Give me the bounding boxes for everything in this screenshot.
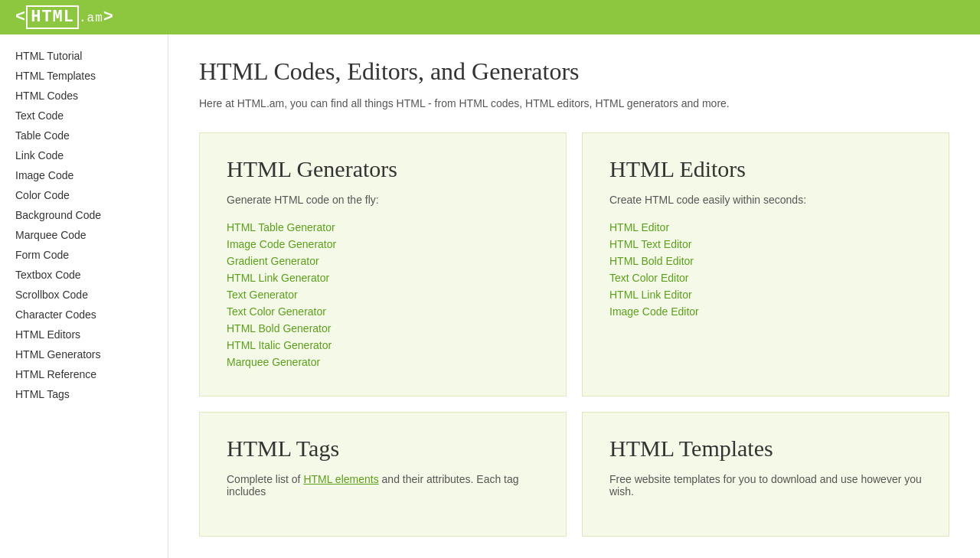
sidebar-item-html-codes[interactable]: HTML Codes bbox=[0, 86, 168, 106]
link-html-bold-editor[interactable]: HTML Bold Editor bbox=[609, 255, 694, 267]
list-item: Image Code Generator bbox=[227, 238, 539, 250]
section-description-html-tags: Complete list of HTML elements and their… bbox=[227, 473, 539, 498]
logo-angle-open: < bbox=[15, 8, 26, 27]
section-description-html-generators: Generate HTML code on the fly: bbox=[227, 194, 539, 206]
link-image-code-editor[interactable]: Image Code Editor bbox=[609, 305, 699, 318]
section-html-editors: HTML EditorsCreate HTML code easily with… bbox=[582, 132, 949, 396]
section-html-generators: HTML GeneratorsGenerate HTML code on the… bbox=[199, 132, 567, 396]
section-title-html-templates: HTML Templates bbox=[609, 436, 922, 462]
logo-html: HTML bbox=[26, 5, 79, 29]
layout: HTML TutorialHTML TemplatesHTML CodesTex… bbox=[0, 34, 980, 558]
sidebar-item-html-tags[interactable]: HTML Tags bbox=[0, 384, 168, 404]
sidebar-item-image-code[interactable]: Image Code bbox=[0, 165, 168, 185]
html-elements-link[interactable]: HTML elements bbox=[303, 473, 378, 485]
section-description-html-editors: Create HTML code easily within seconds: bbox=[609, 194, 922, 206]
main-content: HTML Codes, Editors, and Generators Here… bbox=[168, 34, 980, 558]
link-image-code-generator[interactable]: Image Code Generator bbox=[227, 238, 336, 250]
link-text-generator[interactable]: Text Generator bbox=[227, 289, 298, 301]
link-text-color-generator[interactable]: Text Color Generator bbox=[227, 305, 326, 318]
logo-angle-close: > bbox=[103, 8, 114, 27]
list-item: Image Code Editor bbox=[609, 305, 922, 318]
list-item: HTML Link Editor bbox=[609, 289, 922, 301]
sidebar-item-form-code[interactable]: Form Code bbox=[0, 245, 168, 265]
sidebar-item-html-tutorial[interactable]: HTML Tutorial bbox=[0, 46, 168, 66]
link-html-link-generator[interactable]: HTML Link Generator bbox=[227, 272, 329, 284]
link-html-bold-generator[interactable]: HTML Bold Generator bbox=[227, 322, 331, 334]
sidebar-item-background-code[interactable]: Background Code bbox=[0, 205, 168, 225]
section-title-html-editors: HTML Editors bbox=[609, 156, 922, 182]
section-html-tags: HTML TagsComplete list of HTML elements … bbox=[199, 412, 567, 537]
sidebar-item-link-code[interactable]: Link Code bbox=[0, 145, 168, 165]
link-html-editor[interactable]: HTML Editor bbox=[609, 221, 669, 233]
sidebar-item-color-code[interactable]: Color Code bbox=[0, 185, 168, 205]
section-title-html-tags: HTML Tags bbox=[227, 436, 539, 462]
section-links-html-editors: HTML EditorHTML Text EditorHTML Bold Edi… bbox=[609, 221, 922, 318]
sidebar-item-html-generators[interactable]: HTML Generators bbox=[0, 344, 168, 364]
list-item: HTML Bold Generator bbox=[227, 322, 539, 334]
list-item: HTML Table Generator bbox=[227, 221, 539, 233]
link-text-color-editor[interactable]: Text Color Editor bbox=[609, 272, 688, 284]
sidebar-item-textbox-code[interactable]: Textbox Code bbox=[0, 265, 168, 285]
sidebar-item-text-code[interactable]: Text Code bbox=[0, 106, 168, 126]
list-item: HTML Link Generator bbox=[227, 272, 539, 284]
sidebar-item-html-editors[interactable]: HTML Editors bbox=[0, 325, 168, 344]
list-item: HTML Text Editor bbox=[609, 238, 922, 250]
sidebar-item-character-codes[interactable]: Character Codes bbox=[0, 305, 168, 325]
list-item: HTML Bold Editor bbox=[609, 255, 922, 267]
logo-dot-am: .am bbox=[79, 11, 103, 25]
section-description-html-templates: Free website templates for you to downlo… bbox=[609, 473, 922, 498]
sidebar-item-scrollbox-code[interactable]: Scrollbox Code bbox=[0, 285, 168, 305]
list-item: HTML Italic Generator bbox=[227, 339, 539, 351]
link-html-italic-generator[interactable]: HTML Italic Generator bbox=[227, 339, 332, 351]
header: <HTML.am> bbox=[0, 0, 980, 34]
list-item: Gradient Generator bbox=[227, 255, 539, 267]
list-item: HTML Editor bbox=[609, 221, 922, 233]
section-title-html-generators: HTML Generators bbox=[227, 156, 539, 182]
link-marquee-generator[interactable]: Marquee Generator bbox=[227, 356, 320, 368]
link-html-text-editor[interactable]: HTML Text Editor bbox=[609, 238, 691, 250]
sidebar-item-html-reference[interactable]: HTML Reference bbox=[0, 364, 168, 384]
list-item: Marquee Generator bbox=[227, 356, 539, 368]
link-html-table-generator[interactable]: HTML Table Generator bbox=[227, 221, 335, 233]
link-html-link-editor[interactable]: HTML Link Editor bbox=[609, 289, 692, 301]
list-item: Text Color Generator bbox=[227, 305, 539, 318]
sections-grid: HTML GeneratorsGenerate HTML code on the… bbox=[199, 132, 949, 537]
section-links-html-generators: HTML Table GeneratorImage Code Generator… bbox=[227, 221, 539, 368]
logo[interactable]: <HTML.am> bbox=[15, 8, 114, 27]
section-html-templates: HTML TemplatesFree website templates for… bbox=[582, 412, 949, 537]
list-item: Text Generator bbox=[227, 289, 539, 301]
page-title: HTML Codes, Editors, and Generators bbox=[199, 57, 949, 86]
list-item: Text Color Editor bbox=[609, 272, 922, 284]
page-description: Here at HTML.am, you can find all things… bbox=[199, 97, 949, 109]
sidebar-item-marquee-code[interactable]: Marquee Code bbox=[0, 225, 168, 245]
sidebar-item-html-templates[interactable]: HTML Templates bbox=[0, 66, 168, 86]
sidebar-item-table-code[interactable]: Table Code bbox=[0, 126, 168, 145]
sidebar: HTML TutorialHTML TemplatesHTML CodesTex… bbox=[0, 34, 168, 558]
link-gradient-generator[interactable]: Gradient Generator bbox=[227, 255, 319, 267]
